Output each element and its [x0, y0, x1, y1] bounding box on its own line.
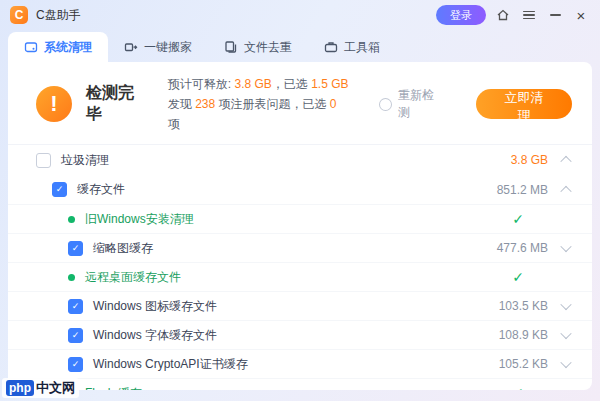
item-label: 缩略图缓存: [93, 240, 153, 257]
tab-system-clean[interactable]: 系统清理: [8, 32, 108, 62]
dedupe-files-icon: [224, 40, 238, 54]
app-window: C C盘助手 登录 × 系统清理 一键搬家 文件去重: [0, 0, 600, 401]
list-item[interactable]: 旧Windows安装清理 ✓: [8, 204, 592, 233]
item-label: Windows 字体缓存文件: [93, 327, 217, 344]
list-item[interactable]: Flash 缓存 ✓: [8, 378, 592, 390]
tab-file-dedupe[interactable]: 文件去重: [208, 32, 308, 62]
chevron-up-icon[interactable]: [560, 185, 571, 196]
item-checkbox[interactable]: [68, 357, 83, 372]
registry-line: 发现 238 项注册表问题，已选 0 项: [168, 94, 352, 134]
item-checkbox[interactable]: [68, 299, 83, 314]
close-icon[interactable]: ×: [572, 6, 590, 24]
scan-summary: ! 检测完毕 预计可释放: 3.8 GB，已选 1.5 GB 发现 238 项注…: [8, 62, 592, 144]
group-label: 垃圾清理: [61, 152, 109, 169]
item-label: 旧Windows安装清理: [85, 211, 194, 228]
group-size: 3.8 GB: [511, 153, 548, 167]
login-button[interactable]: 登录: [436, 5, 486, 25]
app-title: C盘助手: [36, 7, 81, 24]
tab-label: 一键搬家: [144, 39, 192, 56]
item-size: 477.6 MB: [497, 241, 548, 255]
clean-now-button[interactable]: 立即清理: [476, 89, 572, 119]
parent-label: 缓存文件: [77, 181, 125, 198]
tab-one-key-move[interactable]: 一键搬家: [108, 32, 208, 62]
parent-size: 851.2 MB: [497, 183, 548, 197]
checkmark-icon: ✓: [512, 211, 524, 227]
recheck-button[interactable]: 重新检测: [379, 87, 446, 121]
chevron-down-icon[interactable]: [560, 357, 571, 368]
group-row-junk-clean[interactable]: 垃圾清理 3.8 GB: [8, 144, 592, 175]
toolbox-icon: [324, 40, 338, 54]
scan-details: 预计可释放: 3.8 GB，已选 1.5 GB 发现 238 项注册表问题，已选…: [168, 74, 352, 134]
releasable-prefix: 预计可释放:: [168, 77, 235, 91]
menu-icon[interactable]: [520, 6, 538, 24]
item-size: 103.5 KB: [499, 299, 548, 313]
tabbar: 系统清理 一键搬家 文件去重 工具箱: [8, 32, 592, 62]
list-item[interactable]: Windows CryptoAPI证书缓存 105.2 KB ✓: [8, 349, 592, 378]
done-dot-icon: [68, 274, 75, 281]
content-card: ! 检测完毕 预计可释放: 3.8 GB，已选 1.5 GB 发现 238 项注…: [8, 62, 592, 390]
selected-size-value: 1.5 GB: [311, 77, 348, 91]
home-icon[interactable]: [494, 6, 512, 24]
chevron-down-icon[interactable]: [560, 299, 571, 310]
watermark-badge: php: [6, 380, 34, 396]
tab-label: 工具箱: [344, 39, 380, 56]
list-item[interactable]: 缩略图缓存 477.6 MB ✓: [8, 233, 592, 262]
list-item[interactable]: 远程桌面缓存文件 ✓: [8, 262, 592, 291]
tab-toolbox[interactable]: 工具箱: [308, 32, 396, 62]
group-checkbox[interactable]: [36, 153, 51, 168]
cleanup-sublist: 旧Windows安装清理 ✓ 缩略图缓存 477.6 MB ✓ 远程桌面缓存文件…: [8, 204, 592, 390]
releasable-mid: ，已选: [272, 77, 311, 91]
item-size: 108.9 KB: [499, 328, 548, 342]
registry-mid: 项注册表问题，已选: [215, 97, 330, 111]
done-dot-icon: [68, 216, 75, 223]
item-label: Windows CryptoAPI证书缓存: [93, 356, 248, 373]
releasable-line: 预计可释放: 3.8 GB，已选 1.5 GB: [168, 74, 352, 94]
parent-checkbox[interactable]: [52, 182, 67, 197]
registry-prefix: 发现: [168, 97, 195, 111]
registry-suffix: 项: [168, 117, 180, 131]
scan-status: 检测完毕: [86, 83, 150, 125]
watermark: php 中文网: [2, 378, 79, 398]
item-size: 105.2 KB: [499, 357, 548, 371]
item-checkbox[interactable]: [68, 241, 83, 256]
item-checkbox[interactable]: [68, 328, 83, 343]
exclamation-icon: !: [36, 86, 72, 122]
app-logo-icon: C: [10, 6, 28, 24]
recheck-label: 重新检测: [398, 87, 446, 121]
minimize-icon[interactable]: [546, 6, 564, 24]
checkmark-icon: ✓: [512, 385, 524, 390]
refresh-circle-icon: [379, 98, 392, 111]
registry-count: 238: [195, 97, 215, 111]
window-body: 系统清理 一键搬家 文件去重 工具箱 ! 检测完毕 预计可释放:: [8, 32, 592, 390]
checkmark-icon: ✓: [512, 269, 524, 285]
registry-selected: 0: [330, 97, 337, 111]
watermark-text: 中文网: [36, 379, 75, 397]
list-item[interactable]: Windows 图标缓存文件 103.5 KB ✓: [8, 291, 592, 320]
item-label: 远程桌面缓存文件: [85, 269, 181, 286]
parent-row-cache-files[interactable]: 缓存文件 851.2 MB: [8, 175, 592, 204]
chevron-up-icon[interactable]: [560, 156, 571, 167]
item-label: Flash 缓存: [85, 385, 142, 391]
tab-label: 文件去重: [244, 39, 292, 56]
chevron-down-icon[interactable]: [560, 241, 571, 252]
cleanup-list: 垃圾清理 3.8 GB 缓存文件 851.2 MB 旧Windows安装清理 ✓…: [8, 144, 592, 390]
list-item[interactable]: Windows 字体缓存文件 108.9 KB ✓: [8, 320, 592, 349]
titlebar: C C盘助手 登录 ×: [0, 0, 600, 30]
tab-label: 系统清理: [44, 39, 92, 56]
chevron-down-icon[interactable]: [560, 328, 571, 339]
releasable-value: 3.8 GB: [234, 77, 271, 91]
move-icon: [124, 40, 138, 54]
disk-icon: [24, 40, 38, 54]
item-label: Windows 图标缓存文件: [93, 298, 217, 315]
